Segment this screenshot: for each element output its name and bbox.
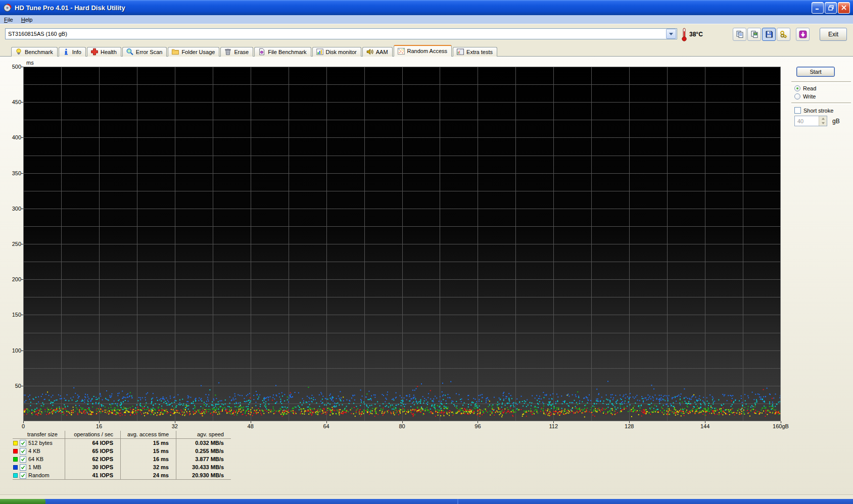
series-checkbox[interactable] <box>20 472 26 479</box>
table-row-label-512-bytes: 512 bytes <box>13 439 65 447</box>
short-stroke-checkbox[interactable] <box>794 107 801 114</box>
stepper-up-button[interactable] <box>819 116 827 121</box>
x-tick-label: 16 <box>96 423 102 429</box>
copy-image-button[interactable] <box>747 28 761 41</box>
panel-separator <box>791 103 851 105</box>
read-radio[interactable] <box>794 85 800 91</box>
series-checkbox[interactable] <box>20 464 26 471</box>
y-tick-label: 350 <box>1 170 21 176</box>
tab-label: Error Scan <box>136 49 163 55</box>
x-tick-mark <box>251 421 251 423</box>
avg-speed-value: 20.930 MB/s <box>176 471 231 479</box>
tab-erase[interactable]: Erase <box>220 47 253 57</box>
avg-speed-value: 0.255 MB/s <box>176 447 231 455</box>
y-tick-mark <box>21 244 23 244</box>
x-tick-label: 112 <box>549 423 558 429</box>
table-row-label-4-kb: 4 KB <box>13 447 65 455</box>
tab-label: AAM <box>376 49 388 55</box>
table-row-label-random: Random <box>13 471 65 479</box>
transfer-size-label: Random <box>28 472 50 478</box>
app-window: HD Tune Pro 4.01 - Hard Disk Utility Fil… <box>0 0 853 504</box>
trash-icon <box>224 48 232 56</box>
y-axis-unit-label: ms <box>26 60 34 66</box>
tab-error-scan[interactable]: Error Scan <box>122 47 167 57</box>
start-button[interactable]: Start <box>796 67 835 77</box>
menu-help[interactable]: Help <box>17 16 37 23</box>
x-tick-label: 144 <box>700 423 709 429</box>
copy-doc-icon <box>736 30 744 38</box>
access-time-value: 24 ms <box>120 471 176 479</box>
tab-random-access[interactable]: Random Access <box>394 45 452 57</box>
hd-tune-app-icon <box>3 4 12 12</box>
tab-health[interactable]: Health <box>87 47 121 57</box>
chevron-down-icon[interactable] <box>666 29 676 39</box>
y-tick-label: 500 <box>1 64 21 70</box>
y-tick-label: 100 <box>1 347 21 354</box>
series-color-swatch <box>13 441 18 445</box>
keys-icon <box>780 30 788 38</box>
y-tick-mark <box>21 67 23 67</box>
drive-selector[interactable]: ST3160815AS (160 gB) <box>5 28 677 39</box>
y-tick-mark <box>21 315 23 315</box>
y-tick-mark <box>21 279 23 280</box>
tab-label: Benchmark <box>25 49 53 55</box>
thermometer-icon <box>681 27 687 42</box>
x-tick-mark <box>175 421 175 423</box>
scatter-icon <box>397 47 405 55</box>
panel-separator <box>791 81 851 83</box>
menu-file[interactable]: File <box>0 16 17 23</box>
tab-aam[interactable]: AAM <box>362 47 393 57</box>
iops-value: 64 IOPS <box>65 439 120 447</box>
tab-label: Folder Usage <box>181 49 215 55</box>
series-checkbox[interactable] <box>20 456 26 463</box>
x-tick-label: 128 <box>625 423 634 429</box>
series-color-swatch <box>13 457 18 462</box>
transfer-size-label: 64 KB <box>28 456 43 462</box>
health-icon <box>90 48 99 56</box>
tab-extra-tests[interactable]: Extra tests <box>453 47 497 57</box>
write-radio[interactable] <box>794 93 800 99</box>
tab-label: Random Access <box>407 48 447 54</box>
table-row-label-64-kb: 64 KB <box>13 455 65 463</box>
y-tick-label: 200 <box>1 276 21 282</box>
minimize-button[interactable] <box>812 2 824 14</box>
transfer-size-label: 1 MB <box>28 464 41 470</box>
tab-benchmark[interactable]: Benchmark <box>11 47 58 57</box>
stepper-down-button[interactable] <box>819 121 827 126</box>
copy-text-button[interactable] <box>733 28 746 41</box>
options-button[interactable] <box>777 28 790 41</box>
series-checkbox[interactable] <box>20 448 26 455</box>
x-tick-label: 64 <box>323 423 329 429</box>
series-checkbox[interactable] <box>20 440 26 446</box>
short-stroke-size-stepper[interactable]: 40 <box>794 116 827 126</box>
info-icon <box>62 48 70 56</box>
tab-disk-monitor[interactable]: Disk monitor <box>312 47 361 57</box>
x-tick-label: 48 <box>248 423 254 429</box>
toolbar-buttons <box>733 28 810 41</box>
download-icon <box>799 30 807 38</box>
x-tick-mark <box>781 421 781 423</box>
x-tick-mark <box>478 421 478 423</box>
tab-info[interactable]: Info <box>59 47 86 57</box>
y-tick-mark <box>21 350 23 351</box>
taskbar-start-button[interactable] <box>0 499 45 504</box>
x-tick-mark <box>553 421 554 423</box>
access-time-value: 32 ms <box>120 463 176 471</box>
close-button[interactable] <box>838 2 850 14</box>
restore-button[interactable] <box>825 2 837 14</box>
x-tick-mark <box>99 421 100 423</box>
speaker-icon <box>366 48 374 56</box>
column-header-transfer-size: transfer size <box>13 431 65 439</box>
window-bottom-border <box>0 494 853 499</box>
x-tick-mark <box>705 421 705 423</box>
save-button[interactable] <box>762 28 776 41</box>
tab-folder-usage[interactable]: Folder Usage <box>168 47 219 57</box>
tab-file-benchmark[interactable]: File Benchmark <box>254 47 311 57</box>
y-tick-label: 400 <box>1 134 21 140</box>
y-tick-mark <box>21 137 23 138</box>
exit-button[interactable]: Exit <box>820 28 847 41</box>
taskbar-divider <box>457 499 458 504</box>
access-time-value: 15 ms <box>120 447 176 455</box>
toolbar: ST3160815AS (160 gB) 38°C Exit <box>0 24 853 45</box>
download-button[interactable] <box>796 28 810 41</box>
